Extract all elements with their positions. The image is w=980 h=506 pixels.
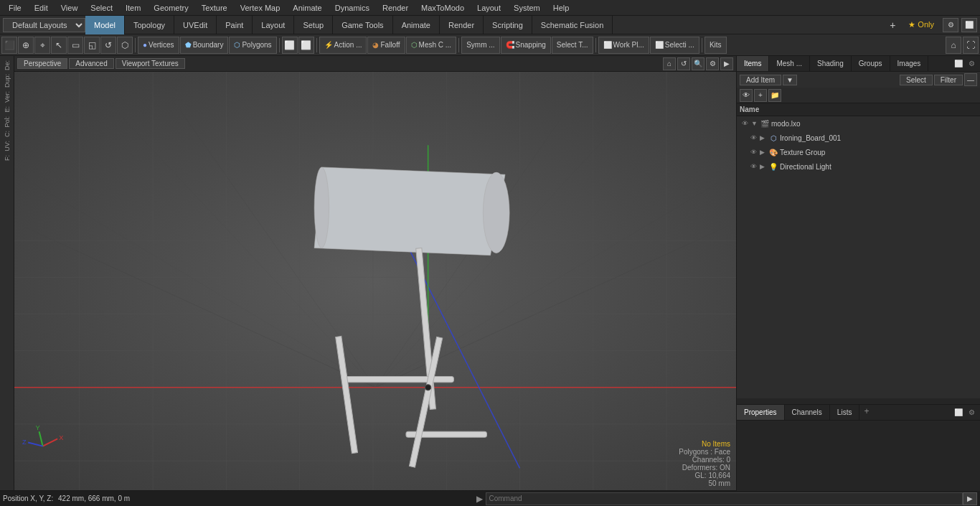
menu-item[interactable]: Item	[120, 2, 146, 14]
item-row-light[interactable]: 👁 ▶ 💡 Directional Light	[745, 159, 980, 174]
toolbar-vertices-btn[interactable]: ● Vertices	[138, 37, 179, 54]
menu-help[interactable]: Help	[547, 2, 575, 14]
menu-maxtomodo[interactable]: MaxToModo	[415, 2, 470, 14]
toolbar-falloff-btn[interactable]: ◕ Falloff	[367, 37, 405, 54]
toolbar-polygons-btn[interactable]: ⬡ Polygons	[229, 37, 276, 54]
right-tab-items[interactable]: Items	[737, 56, 769, 71]
layout-add-tab[interactable]: +	[885, 18, 900, 32]
add-item-button[interactable]: Add Item	[740, 75, 781, 85]
sidebar-item-uv[interactable]: UV:	[4, 139, 11, 153]
item-eye-icon-light[interactable]: 👁	[748, 161, 758, 172]
tab-paint[interactable]: Paint	[217, 16, 253, 34]
right-panel-expand-icon[interactable]: ⬜	[953, 58, 964, 70]
bottom-tab-channels[interactable]: Channels	[785, 405, 830, 420]
layout-settings-icon[interactable]: ⚙	[943, 18, 958, 32]
bottom-tab-add[interactable]: +	[859, 405, 873, 420]
items-folder-icon[interactable]: 📁	[768, 89, 781, 102]
bottom-panel-expand-icon[interactable]: ⬜	[953, 407, 964, 418]
toolbar-select-icon[interactable]: ↖	[51, 37, 67, 54]
vp-tab-advanced[interactable]: Advanced	[69, 58, 113, 69]
toolbar-crosshair-icon[interactable]: ⌖	[34, 37, 50, 54]
tab-animate[interactable]: Animate	[393, 16, 440, 34]
toolbar-box-icon[interactable]: ◱	[84, 37, 100, 54]
tab-game-tools[interactable]: Game Tools	[333, 16, 393, 34]
tab-uvedit[interactable]: UVEdit	[174, 16, 217, 34]
item-row-mesh[interactable]: 👁 ▶ ⬡ Ironing_Board_001	[745, 131, 980, 145]
items-select-button[interactable]: Select	[900, 75, 933, 85]
bottom-tab-properties[interactable]: Properties	[737, 405, 785, 420]
toolbar-poly1-icon[interactable]: ⬜	[282, 37, 298, 54]
sidebar-item-c[interactable]: C:	[4, 129, 11, 139]
menu-file[interactable]: File	[3, 2, 27, 14]
menu-geometry[interactable]: Geometry	[148, 2, 194, 14]
item-expand-texture[interactable]: ▶	[760, 149, 767, 156]
items-add-icon[interactable]: +	[754, 89, 767, 102]
menu-edit[interactable]: Edit	[29, 2, 54, 14]
item-row-texture[interactable]: 👁 ▶ 🎨 Texture Group	[745, 145, 980, 159]
tab-schematic-fusion[interactable]: Schematic Fusion	[532, 16, 613, 34]
items-eye-icon[interactable]: 👁	[740, 89, 753, 102]
command-input[interactable]	[486, 492, 963, 505]
menu-view[interactable]: View	[55, 2, 84, 14]
toolbar-workplane-btn[interactable]: ⬜ Work Pl...	[598, 37, 649, 54]
sidebar-item-e[interactable]: E:	[4, 105, 11, 114]
tab-layout[interactable]: Layout	[253, 16, 294, 34]
item-eye-icon-scene[interactable]: 👁	[740, 118, 750, 128]
toolbar-poly2-icon[interactable]: ⬜	[298, 37, 314, 54]
item-expand-scene[interactable]: ▼	[751, 120, 758, 127]
toolbar-hex-icon[interactable]: ⬡	[117, 37, 133, 54]
tab-render[interactable]: Render	[440, 16, 484, 34]
tab-model[interactable]: Model	[85, 16, 125, 34]
menu-render[interactable]: Render	[377, 2, 414, 14]
tab-topology[interactable]: Topology	[125, 16, 174, 34]
right-tab-images[interactable]: Images	[890, 56, 929, 71]
menu-vertex-map[interactable]: Vertex Map	[235, 2, 286, 14]
vp-rotate-icon[interactable]: ↺	[677, 57, 690, 70]
toolbar-boundary-btn[interactable]: ⬟ Boundary	[180, 37, 229, 54]
vp-tab-perspective[interactable]: Perspective	[17, 58, 67, 69]
vp-settings-icon[interactable]: ⚙	[706, 57, 719, 70]
viewport-canvas[interactable]: X Y Z No Items Polygons : Face Channels:…	[14, 72, 736, 490]
right-tab-shading[interactable]: Shading	[810, 56, 852, 71]
toolbar-kits-btn[interactable]: Kits	[705, 37, 727, 54]
toolbar-home-icon[interactable]: ⌂	[946, 37, 961, 54]
item-eye-icon-texture[interactable]: 👁	[748, 147, 758, 157]
menu-texture[interactable]: Texture	[196, 2, 233, 14]
right-tab-groups[interactable]: Groups	[852, 56, 890, 71]
layout-dropdown[interactable]: Default Layouts	[3, 18, 85, 32]
toolbar-rect-icon[interactable]: ▭	[67, 37, 83, 54]
menu-animate[interactable]: Animate	[287, 2, 327, 14]
command-submit-btn[interactable]: ▶	[963, 492, 977, 505]
status-arrow[interactable]: ▶	[473, 494, 486, 504]
items-minus-btn[interactable]: —	[964, 73, 977, 86]
toolbar-selection-btn[interactable]: ⬜ Selecti ...	[650, 37, 699, 54]
toolbar-snapping-btn[interactable]: 🧲 Snapping	[501, 37, 551, 54]
toolbar-action-btn[interactable]: ⚡ Action ...	[319, 37, 367, 54]
sidebar-item-f[interactable]: F:	[4, 154, 11, 162]
tab-setup[interactable]: Setup	[294, 16, 333, 34]
vp-expand-icon[interactable]: ▶	[720, 57, 733, 70]
item-expand-mesh[interactable]: ▶	[760, 134, 767, 141]
toolbar-mesh-btn[interactable]: ⬡ Mesh C ...	[406, 37, 457, 54]
menu-select[interactable]: Select	[85, 2, 118, 14]
toolbar-fullscreen-icon[interactable]: ⛶	[963, 37, 979, 54]
add-item-dropdown[interactable]: ▼	[783, 75, 797, 85]
vp-home-icon[interactable]: ⌂	[663, 57, 676, 70]
toolbar-transform-icon[interactable]: ⬛	[1, 37, 17, 54]
vp-tab-viewport-textures[interactable]: Viewport Textures	[116, 58, 185, 69]
sidebar-item-ver[interactable]: Ver:	[4, 90, 11, 104]
toolbar-symm-btn[interactable]: Symm ...	[461, 37, 499, 54]
toolbar-circle-icon[interactable]: ⊕	[18, 37, 34, 54]
menu-system[interactable]: System	[508, 2, 546, 14]
item-row-scene[interactable]: 👁 ▼ 🎬 modo.lxo	[737, 116, 980, 131]
items-filter-button[interactable]: Filter	[934, 75, 963, 85]
item-expand-light[interactable]: ▶	[760, 163, 767, 170]
menu-layout[interactable]: Layout	[471, 2, 507, 14]
layout-expand-icon[interactable]: ⬜	[961, 18, 977, 32]
menu-dynamics[interactable]: Dynamics	[329, 2, 375, 14]
toolbar-select-tool-btn[interactable]: Select T...	[552, 37, 593, 54]
tab-scripting[interactable]: Scripting	[484, 16, 532, 34]
sidebar-item-de[interactable]: De:	[4, 59, 11, 72]
right-panel-settings-icon[interactable]: ⚙	[966, 58, 977, 70]
right-tab-mesh[interactable]: Mesh ...	[769, 56, 810, 71]
